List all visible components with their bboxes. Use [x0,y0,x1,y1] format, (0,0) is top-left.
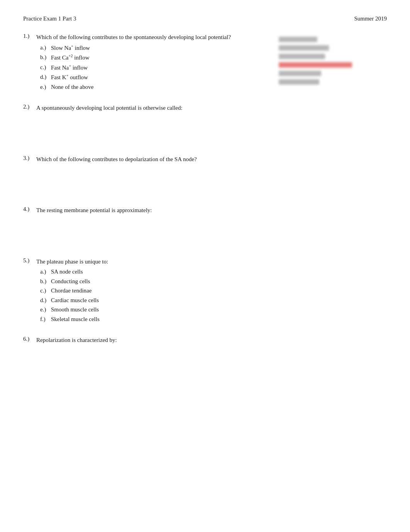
answer-text: Fast K+ outflow [51,73,88,82]
question-1-answers: a.)Slow Na+ inflowb.)Fast Ca+2 inflowc.)… [36,43,263,92]
answer-label: d.) [40,73,49,82]
answer-spacer [36,163,263,194]
question-1: 1.)Which of the following contributes to… [23,33,263,92]
question-2-number: 2.) [23,104,34,143]
question-4-number: 4.) [23,206,34,246]
question-3-number: 3.) [23,155,34,195]
answer-text: Fast Ca+2 inflow [51,53,90,62]
exam-date: Summer 2019 [354,15,387,22]
answer-text: Fast Na+ inflow [51,63,88,72]
question-1-text: 1.)Which of the following contributes to… [23,33,263,92]
answer-text: Smooth muscle cells [51,305,99,314]
question-5-answer-2: b.)Conducting cells [40,277,263,286]
question-3-body: Which of the following contributes to de… [36,155,263,195]
question-6: 6.)Repolarization is characterized by: [23,336,263,376]
answer-label: e.) [40,83,49,92]
question-1-stem: Which of the following contributes to th… [36,33,263,42]
question-5-answer-1: a.)SA node cells [40,267,263,276]
exam-title: Practice Exam 1 Part 3 [23,15,76,22]
answer-label: c.) [40,286,49,295]
question-1-answer-2: b.)Fast Ca+2 inflow [40,53,263,62]
blurred-answer-6 [279,79,319,85]
question-1-answer-1: a.)Slow Na+ inflow [40,43,263,53]
answer-text: Skeletal muscle cells [51,315,100,324]
answer-text: SA node cells [51,267,83,276]
question-1-body: Which of the following contributes to th… [36,33,263,92]
question-6-stem: Repolarization is characterized by: [36,336,263,345]
answer-text: None of the above [51,83,93,92]
question-6-number: 6.) [23,336,34,376]
question-6-text: 6.)Repolarization is characterized by: [23,336,263,376]
blurred-answer-list [279,37,387,85]
answer-text: Cardiac muscle cells [51,296,99,305]
question-5-text: 5.)The plateau phase is unique to:a.)SA … [23,257,263,325]
blurred-answer-4 [279,62,352,68]
question-6-body: Repolarization is characterized by: [36,336,263,376]
question-5: 5.)The plateau phase is unique to:a.)SA … [23,257,263,325]
question-5-number: 5.) [23,257,34,325]
question-2-text: 2.)A spontaneously developing local pote… [23,104,263,143]
answer-text: Slow Na+ inflow [51,43,90,53]
answer-label: b.) [40,53,49,62]
answer-spacer [36,345,263,376]
page-header: Practice Exam 1 Part 3 Summer 2019 [23,15,387,22]
question-5-answers: a.)SA node cellsb.)Conducting cellsc.)Ch… [36,267,263,323]
questions-column: 1.)Which of the following contributes to… [23,33,263,387]
answer-label: e.) [40,305,49,314]
blurred-answer-2 [279,45,329,51]
page-content: 1.)Which of the following contributes to… [23,33,387,387]
question-3-stem: Which of the following contributes to de… [36,155,263,164]
question-4-text: 4.)The resting membrane potential is app… [23,206,263,246]
answer-spacer [36,215,263,246]
blurred-answer-1 [279,37,317,42]
question-3: 3.)Which of the following contributes to… [23,155,263,195]
question-5-answer-6: f.)Skeletal muscle cells [40,315,263,324]
question-2-stem: A spontaneously developing local potenti… [36,104,263,112]
question-5-answer-3: c.)Chordae tendinae [40,286,263,295]
question-4-stem: The resting membrane potential is approx… [36,206,263,215]
question-5-body: The plateau phase is unique to:a.)SA nod… [36,257,263,325]
answer-label: a.) [40,43,49,53]
question-1-number: 1.) [23,33,34,92]
question-4-body: The resting membrane potential is approx… [36,206,263,246]
answer-label: f.) [40,315,49,324]
question-1-answer-5: e.)None of the above [40,83,263,92]
answer-label: d.) [40,296,49,305]
question-5-stem: The plateau phase is unique to: [36,257,263,266]
answer-text: Conducting cells [51,277,90,286]
question-2-body: A spontaneously developing local potenti… [36,104,263,143]
question-4: 4.)The resting membrane potential is app… [23,206,263,246]
answer-label: a.) [40,267,49,276]
blurred-answer-3 [279,54,325,59]
answer-label: b.) [40,277,49,286]
answer-text: Chordae tendinae [51,286,91,295]
blurred-answer-5 [279,71,321,76]
question-1-answer-3: c.)Fast Na+ inflow [40,63,263,72]
answer-spacer [36,112,263,143]
answer-label: c.) [40,63,49,72]
question-3-text: 3.)Which of the following contributes to… [23,155,263,195]
question-1-answer-4: d.)Fast K+ outflow [40,73,263,82]
answer-preview-column [279,33,387,387]
question-2: 2.)A spontaneously developing local pote… [23,104,263,143]
question-5-answer-5: e.)Smooth muscle cells [40,305,263,314]
question-5-answer-4: d.)Cardiac muscle cells [40,296,263,305]
